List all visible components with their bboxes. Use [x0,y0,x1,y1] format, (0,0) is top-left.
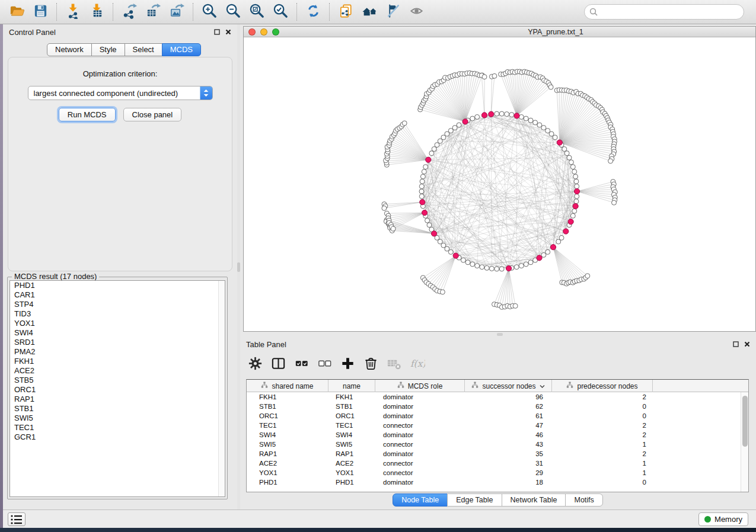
graph-node[interactable] [495,111,499,116]
window-zoom-icon[interactable] [272,28,279,36]
graph-node[interactable] [519,264,524,268]
graph-leaf-node[interactable] [402,121,407,126]
close-panel-button[interactable]: Close panel [123,108,182,121]
export-table-button[interactable] [143,2,162,21]
graph-node[interactable] [567,155,572,160]
graph-node[interactable] [480,265,484,270]
column-header-shared-name[interactable]: shared name [247,380,328,392]
delete-row-button[interactable] [362,355,379,373]
graph-node[interactable] [419,189,424,194]
graph-node[interactable] [489,266,494,271]
graph-node[interactable] [562,147,567,152]
close-panel-icon[interactable] [225,29,231,35]
graph-node[interactable] [541,126,546,130]
panel-list-button[interactable] [8,512,25,526]
graph-leaf-node[interactable] [440,290,445,294]
close-panel-icon[interactable] [744,341,750,347]
graph-node[interactable] [509,113,514,117]
import-network-button[interactable] [63,2,82,21]
graph-node[interactable] [572,209,577,213]
add-row-button[interactable] [339,355,356,373]
graph-mcds-hub-node[interactable] [574,188,579,194]
graph-node[interactable] [438,139,442,143]
graph-node[interactable] [569,160,573,165]
export-network-button[interactable] [120,2,139,21]
graph-leaf-node[interactable] [585,274,590,278]
float-panel-icon[interactable] [214,29,220,35]
graph-mcds-hub-node[interactable] [506,265,511,271]
graph-node[interactable] [570,165,575,169]
graph-node[interactable] [514,265,519,270]
graph-leaf-node[interactable] [513,303,518,308]
graph-node[interactable] [429,151,434,156]
select-all-button[interactable] [292,355,310,373]
graph-node[interactable] [546,249,550,254]
column-header-MCDS-role[interactable]: MCDS role [375,380,465,392]
graph-leaf-node[interactable] [612,200,617,205]
graph-node[interactable] [420,179,425,184]
mcds-result-node[interactable]: TID3 [10,309,225,319]
tab-select[interactable]: Select [125,43,162,56]
table-row[interactable]: PHD1PHD1dominator180 [247,477,741,487]
tab-mcds[interactable]: MCDS [162,43,201,56]
graph-mcds-hub-node[interactable] [557,140,562,145]
optimization-criterion-select[interactable]: largest connected component (undirected) [28,86,213,100]
mcds-result-node[interactable]: STP4 [10,300,225,309]
graph-mcds-hub-node[interactable] [422,210,428,216]
graph-node[interactable] [435,143,439,148]
graph-node[interactable] [575,194,579,198]
first-neighbors-button[interactable] [360,2,379,21]
refresh-layout-button[interactable] [304,2,323,21]
graph-node[interactable] [423,165,428,169]
mcds-result-node[interactable]: STB1 [10,404,225,414]
search-input[interactable] [598,6,744,18]
table-row[interactable]: SWI5SWI5connector431 [247,440,741,449]
graph-mcds-hub-node[interactable] [550,245,556,250]
open-file-button[interactable] [7,2,26,21]
splitter-grip[interactable] [497,333,503,336]
zoom-selected-button[interactable] [271,2,290,21]
graph-leaf-node[interactable] [548,85,553,89]
graph-node[interactable] [420,174,425,179]
export-image-button[interactable] [167,2,186,21]
mcds-result-list[interactable]: PHD1CAR1STP4TID3YOX1SWI4SRD1PMA2FKH1ACE2… [9,280,225,497]
tab-network-table[interactable]: Network Table [502,493,566,507]
graph-mcds-hub-node[interactable] [420,200,425,205]
graph-node[interactable] [524,262,528,267]
float-panel-icon[interactable] [733,341,739,347]
mcds-result-node[interactable]: STB5 [10,376,225,385]
zoom-in-button[interactable] [200,2,219,21]
show-column-button[interactable] [269,355,287,373]
column-header-predecessor-nodes[interactable]: predecessor nodes [552,380,653,392]
search-box[interactable] [584,4,744,20]
mcds-result-node[interactable]: SRD1 [10,338,225,347]
graph-leaf-node[interactable] [482,75,487,79]
table-row[interactable]: STB1STB1dominator620 [247,402,741,411]
tab-edge-table[interactable]: Edge Table [447,493,502,507]
tab-node-table[interactable]: Node Table [393,493,448,507]
table-row[interactable]: ORC1ORC1dominator610 [247,411,741,421]
graph-mcds-hub-node[interactable] [573,203,578,209]
graph-node[interactable] [432,147,436,152]
graph-mcds-hub-node[interactable] [568,219,573,225]
graph-node[interactable] [419,184,424,189]
network-window-titlebar[interactable]: YPA_prune.txt_1 [244,27,755,37]
graph-node[interactable] [575,184,579,189]
graph-node[interactable] [574,179,579,184]
graph-node[interactable] [499,267,504,271]
mcds-result-node[interactable]: RAP1 [10,395,225,404]
graph-node[interactable] [441,243,446,248]
mcds-result-node[interactable]: SWI4 [10,328,225,338]
graph-node[interactable] [533,120,538,125]
table-row[interactable]: SWI4SWI4dominator462 [247,430,741,440]
graph-mcds-hub-node[interactable] [432,231,437,236]
table-row[interactable]: YOX1YOX1connector291 [247,468,741,477]
graph-node[interactable] [484,265,489,270]
graph-mcds-hub-node[interactable] [514,113,519,118]
graph-leaf-node[interactable] [608,159,613,164]
mcds-list-scrollbar[interactable] [218,281,225,496]
run-mcds-button[interactable]: Run MCDS [59,108,116,121]
graph-node[interactable] [465,260,470,265]
graph-mcds-hub-node[interactable] [537,255,542,261]
graph-node[interactable] [499,111,504,116]
